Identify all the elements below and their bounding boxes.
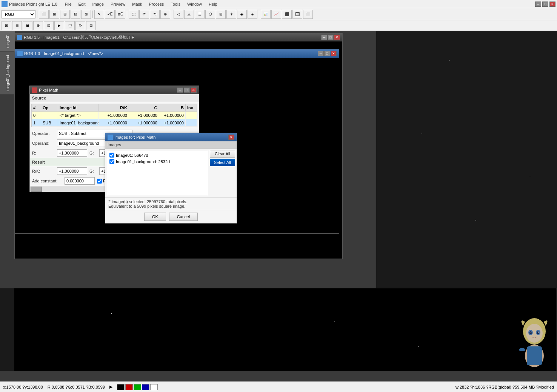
images-section-label: Images (105, 141, 237, 149)
image-item-0[interactable]: Image01: 56647d (109, 152, 206, 158)
tb-btn-9[interactable]: ⬚ (129, 10, 138, 19)
tb-btn-20[interactable]: ⎈ (248, 10, 257, 19)
row0-op (41, 112, 58, 119)
bg-win-minimize[interactable]: ─ (318, 51, 324, 56)
tb2-btn-2[interactable]: ⊟ (12, 21, 22, 30)
r-input[interactable] (57, 149, 87, 157)
status-line-2: Equivalent to a 5099 pixels square image… (108, 204, 234, 208)
menu-tools[interactable]: Tools (168, 1, 183, 7)
tab-image01-background[interactable]: image01_background (0, 52, 15, 94)
r-label: R: (32, 151, 55, 155)
main-win-close[interactable]: ✕ (334, 35, 340, 40)
images-dialog-close[interactable]: ✕ (228, 135, 234, 140)
rgb-channel-select[interactable]: RGB R G B (2, 10, 35, 18)
tb-btn-6[interactable]: ↖ (94, 10, 104, 19)
tb-btn-22[interactable]: 📈 (271, 10, 281, 19)
image-item-1[interactable]: Image01_background: 2832d (109, 158, 206, 165)
tb-btn-19[interactable]: ◈ (237, 10, 247, 19)
tb2-btn-8[interactable]: ⟳ (75, 21, 85, 30)
ok-button[interactable]: OK (144, 213, 166, 221)
main-image-title: RGB 1:5 - Image01 - C:\Users\郭云飞\Desktop… (24, 35, 321, 40)
images-status: 2 image(s) selected, 25997760 total pixe… (105, 198, 237, 210)
tb-btn-16[interactable]: ⬡ (205, 10, 215, 19)
menu-process[interactable]: Process (146, 1, 167, 7)
app-close[interactable]: ✕ (549, 2, 555, 7)
tb-btn-5[interactable]: ⊠ (81, 10, 91, 19)
app-minimize[interactable]: ─ (535, 2, 541, 7)
main-win-minimize[interactable]: ─ (321, 35, 327, 40)
tb-btn-25[interactable]: ⬜ (303, 10, 313, 19)
image-checkbox-0[interactable] (109, 153, 114, 158)
table-row-0[interactable]: 0 <* target *> +1.000000 +1.000000 +1.00… (32, 112, 197, 119)
menu-edit[interactable]: Edit (75, 1, 89, 7)
image-label-0: Image01: 56647d (116, 153, 148, 158)
menu-help[interactable]: Help (206, 1, 220, 7)
tb2-btn-1[interactable]: ⊞ (2, 21, 11, 30)
add-constant-input[interactable] (65, 177, 95, 185)
right-panel (376, 31, 557, 321)
tb2-btn-7[interactable]: ⬚ (65, 21, 75, 30)
scrollbar-thumb[interactable] (31, 187, 42, 192)
status-dimensions: w:2832 ?h:1836 ?RGB(global) ?59.504 MB ?… (455, 385, 554, 389)
tb-btn-21[interactable]: 📊 (261, 10, 271, 19)
tb-btn-8[interactable]: ⊗G (115, 10, 125, 19)
clear-all-button[interactable]: Clear All (210, 150, 235, 158)
tb-btn-11[interactable]: ⟲ (150, 10, 160, 19)
row0-rk: +1.000000 (99, 112, 129, 119)
select-all-button[interactable]: Select All (210, 159, 235, 166)
pixel-math-restore[interactable]: □ (184, 87, 190, 93)
rk-result-input[interactable] (57, 167, 87, 175)
pixel-math-titlebar: Pixel Math ─ □ ✕ (30, 86, 199, 94)
toolbar-1: RGB R G B ⬜ ⊞ ⊟ ⊡ ⊠ ↖ ✓E ⊗G ⬚ ⟳ ⟲ ⊕ ◁ △ … (0, 8, 557, 20)
pixel-math-minimize[interactable]: ─ (177, 87, 183, 93)
images-dialog-titlebar: Images for: Pixel Math ✕ (105, 133, 237, 141)
tb-btn-15[interactable]: ☰ (195, 10, 205, 19)
pixel-math-close[interactable]: ✕ (191, 87, 197, 93)
anime-character (512, 311, 557, 371)
tb-btn-13[interactable]: ◁ (174, 10, 183, 19)
table-row-1[interactable]: 1 SUB Image01_background +1.000000 +1.00… (32, 119, 197, 127)
tb-btn-23[interactable]: ⬛ (282, 10, 292, 19)
col-b-header: B (159, 104, 186, 111)
source-table: # Op Image Id R/K G B Inv 0 <* target *>… (31, 104, 197, 127)
tb-btn-12[interactable]: ⊕ (160, 10, 170, 19)
rescale-checkbox[interactable] (97, 179, 102, 184)
tb-btn-4[interactable]: ⊡ (71, 10, 80, 19)
menubar: Pleiades PixInsight LE 1.0 File Edit Ima… (0, 0, 557, 8)
tb-btn-2[interactable]: ⊞ (49, 10, 59, 19)
col-op-header: Op (41, 104, 58, 111)
tb2-btn-9[interactable]: ⊠ (86, 21, 96, 30)
tb2-btn-4[interactable]: ⊕ (33, 21, 43, 30)
tb2-btn-5[interactable]: ⊡ (44, 21, 54, 30)
tb-btn-10[interactable]: ⟳ (139, 10, 149, 19)
status-arrow[interactable]: ▶ (109, 384, 112, 389)
tb2-btn-3[interactable]: ☱ (23, 21, 32, 30)
image-checkbox-1[interactable] (109, 159, 114, 164)
tb-btn-24[interactable]: 🔲 (292, 10, 302, 19)
app-title: Pleiades PixInsight LE 1.0 (9, 2, 57, 6)
menu-image[interactable]: Image (89, 1, 107, 7)
main-win-restore[interactable]: □ (328, 35, 334, 40)
tab-image01[interactable]: image01 (0, 31, 15, 51)
menu-preview[interactable]: Preview (108, 1, 128, 7)
row1-b: +1.000000 (159, 119, 186, 126)
row1-imageid: Image01_background (58, 119, 99, 126)
bg-win-close[interactable]: ✕ (331, 51, 337, 56)
menu-file[interactable]: File (62, 1, 75, 7)
tb2-btn-6[interactable]: ▶ (54, 21, 64, 30)
cancel-button[interactable]: Cancel (169, 213, 198, 221)
main-image-icon (17, 35, 22, 40)
tb-btn-7[interactable]: ✓E (105, 10, 115, 19)
rgb-box-green (134, 384, 141, 390)
tb-btn-14[interactable]: △ (184, 10, 194, 19)
toolbar-separator-1 (37, 11, 37, 18)
tb-btn-3[interactable]: ⊟ (60, 10, 70, 19)
tb-btn-18[interactable]: ☀ (226, 10, 236, 19)
bg-win-restore[interactable]: □ (324, 51, 330, 56)
menu-mask[interactable]: Mask (129, 1, 145, 7)
tb-btn-17[interactable]: ⊞ (216, 10, 226, 19)
tb-btn-1[interactable]: ⬜ (39, 10, 49, 19)
images-dialog-buttons: OK Cancel (105, 210, 237, 223)
menu-window[interactable]: Window (184, 1, 205, 7)
app-restore[interactable]: □ (542, 2, 548, 7)
